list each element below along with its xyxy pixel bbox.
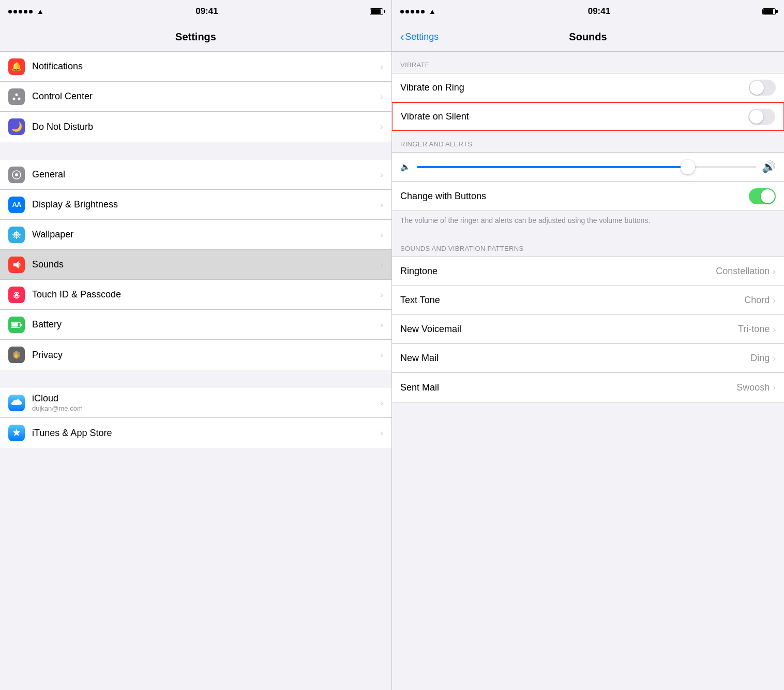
privacy-text: Privacy [32, 350, 377, 361]
slider-track-bg [688, 166, 756, 168]
general-label: General [32, 169, 65, 179]
do-not-disturb-text: Do Not Disturb [32, 122, 377, 132]
right-dot-5 [421, 10, 425, 13]
wallpaper-icon [8, 227, 25, 243]
touchid-icon [8, 287, 25, 303]
change-with-buttons-toggle[interactable] [749, 188, 776, 204]
left-status-bar: ▲ 09:41 [0, 0, 391, 23]
notifications-text: Notifications [32, 61, 377, 72]
right-nav-title: Sounds [569, 31, 607, 43]
right-dot-1 [400, 10, 404, 13]
svg-point-0 [16, 93, 18, 96]
svg-rect-13 [12, 323, 18, 326]
settings-group-1: 🔔 Notifications › Control Center › [0, 52, 391, 142]
do-not-disturb-label: Do Not Disturb [32, 122, 93, 132]
right-signal-area: ▲ [400, 7, 436, 16]
display-chevron: › [380, 200, 383, 210]
wallpaper-chevron: › [380, 230, 383, 240]
privacy-chevron: › [380, 350, 383, 360]
settings-row-wallpaper[interactable]: Wallpaper › [0, 220, 391, 250]
settings-row-touchid[interactable]: Touch ID & Passcode › [0, 280, 391, 310]
sounds-label: Sounds [32, 259, 64, 269]
settings-group-3: iCloud dujkan@me.com › iTunes & App Stor… [0, 388, 391, 448]
right-time: 09:41 [588, 6, 610, 17]
dot-4 [24, 10, 27, 13]
wifi-icon: ▲ [37, 7, 44, 16]
notifications-label: Notifications [32, 61, 83, 71]
svg-point-11 [15, 293, 18, 296]
settings-row-control-center[interactable]: Control Center › [0, 82, 391, 112]
touchid-text: Touch ID & Passcode [32, 289, 377, 300]
ringtone-value: Constellation [716, 266, 770, 277]
svg-point-4 [15, 173, 18, 176]
right-signal-dots [400, 10, 425, 13]
svg-point-2 [18, 97, 21, 100]
change-with-buttons-thumb [761, 189, 775, 203]
vibrate-silent-row[interactable]: Vibrate on Silent [392, 102, 784, 131]
settings-row-do-not-disturb[interactable]: 🌙 Do Not Disturb › [0, 112, 391, 142]
settings-row-sounds[interactable]: Sounds › [0, 250, 391, 280]
battery-label: Battery [32, 319, 62, 329]
settings-row-general[interactable]: General › [0, 160, 391, 190]
text-tone-chevron: › [773, 295, 776, 306]
battery-fill [371, 9, 381, 14]
change-with-buttons-label: Change with Buttons [400, 191, 749, 202]
general-chevron: › [380, 170, 383, 180]
settings-row-notifications[interactable]: 🔔 Notifications › [0, 52, 391, 82]
vibrate-silent-label: Vibrate on Silent [401, 111, 748, 122]
privacy-icon: ✋ [8, 347, 25, 363]
patterns-header: SOUNDS AND VIBRATION PATTERNS [392, 235, 784, 257]
sent-mail-chevron: › [773, 382, 776, 393]
notifications-icon: 🔔 [8, 58, 25, 75]
svg-point-1 [13, 97, 16, 100]
new-voicemail-row[interactable]: New Voicemail Tri-tone › [392, 315, 784, 344]
sounds-chevron: › [380, 260, 383, 270]
left-nav-header: Settings [0, 23, 391, 52]
sent-mail-row[interactable]: Sent Mail Swoosh › [392, 373, 784, 402]
vibrate-ring-toggle[interactable] [749, 80, 776, 96]
settings-row-privacy[interactable]: ✋ Privacy › [0, 340, 391, 370]
slider-thumb[interactable] [681, 160, 695, 174]
group-spacer-1 [0, 142, 391, 160]
wallpaper-label: Wallpaper [32, 229, 73, 239]
back-button[interactable]: ‹ Settings [400, 31, 439, 44]
right-battery-area [762, 8, 776, 15]
settings-list: 🔔 Notifications › Control Center › [0, 52, 391, 690]
vibrate-silent-toggle[interactable] [748, 109, 775, 125]
volume-slider-track[interactable] [417, 166, 756, 168]
display-label: Display & Brightness [32, 199, 118, 209]
icloud-text: iCloud dujkan@me.com [32, 393, 377, 412]
battery-text: Battery [32, 319, 377, 330]
do-not-disturb-icon: 🌙 [8, 118, 25, 135]
new-mail-value: Ding [750, 353, 770, 364]
control-center-chevron: › [380, 92, 383, 102]
new-mail-row[interactable]: New Mail Ding › [392, 344, 784, 373]
text-tone-value: Chord [744, 295, 770, 306]
text-tone-row[interactable]: Text Tone Chord › [392, 286, 784, 315]
sounds-text: Sounds [32, 259, 377, 270]
settings-group-2: General › AA Display & Brightness › [0, 160, 391, 370]
ringtone-chevron: › [773, 266, 776, 277]
settings-row-display[interactable]: AA Display & Brightness › [0, 190, 391, 220]
right-dot-2 [405, 10, 409, 13]
change-with-buttons-row[interactable]: Change with Buttons [392, 182, 784, 211]
ringtone-row[interactable]: Ringtone Constellation › [392, 257, 784, 286]
dot-5 [29, 10, 33, 13]
settings-row-itunes[interactable]: iTunes & App Store › [0, 418, 391, 448]
volume-low-icon: 🔈 [400, 163, 411, 171]
battery-icon [370, 8, 383, 15]
wallpaper-text: Wallpaper [32, 229, 377, 240]
settings-row-battery[interactable]: Battery › [0, 310, 391, 340]
vibrate-silent-thumb [749, 110, 763, 124]
itunes-chevron: › [380, 428, 383, 438]
signal-dots [8, 10, 33, 13]
sent-mail-value: Swoosh [736, 382, 770, 393]
vibrate-ring-row[interactable]: Vibrate on Ring [392, 73, 784, 102]
general-icon [8, 167, 25, 183]
sounds-content: VIBRATE Vibrate on Ring Vibrate on Silen… [392, 52, 784, 690]
appstore-icon [8, 425, 25, 441]
settings-row-icloud[interactable]: iCloud dujkan@me.com › [0, 388, 391, 418]
volume-row: 🔈 🔊 [392, 153, 784, 182]
right-panel: ▲ 09:41 ‹ Settings Sounds VIBRATE Vibrat… [392, 0, 784, 690]
new-mail-chevron: › [773, 353, 776, 364]
